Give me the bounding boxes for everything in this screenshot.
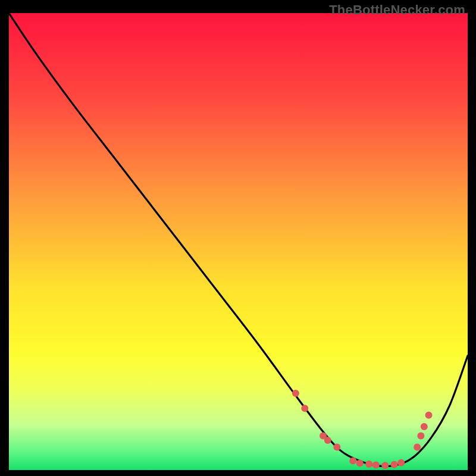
bottleneck-chart <box>0 0 476 476</box>
marker-point <box>324 437 331 444</box>
marker-point <box>356 460 364 467</box>
marker-point <box>301 405 308 412</box>
marker-point <box>397 459 405 466</box>
marker-point <box>414 444 421 451</box>
marker-point <box>391 461 398 468</box>
attribution-text: TheBottleNecker.com <box>329 2 465 18</box>
marker-point <box>425 412 433 419</box>
marker-point <box>417 432 424 439</box>
marker-point <box>365 461 372 468</box>
marker-point <box>349 458 356 465</box>
marker-point <box>372 462 380 469</box>
marker-point <box>333 444 340 451</box>
marker-point <box>292 390 299 397</box>
marker-point <box>421 423 428 430</box>
plot-background <box>9 13 468 470</box>
marker-point <box>381 462 389 469</box>
chart-container: TheBottleNecker.com <box>0 0 476 476</box>
